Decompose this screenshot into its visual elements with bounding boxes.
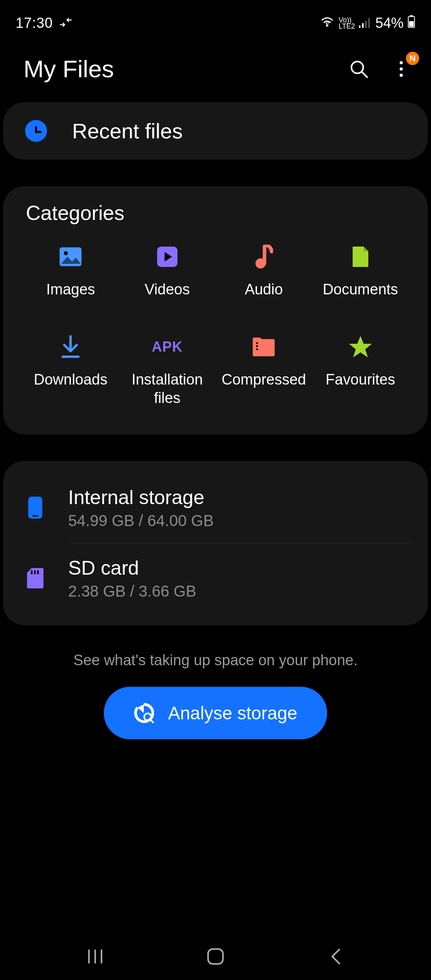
clock-icon xyxy=(25,120,47,142)
category-audio[interactable]: Audio xyxy=(217,244,311,299)
svg-rect-31 xyxy=(208,949,223,964)
category-label: Documents xyxy=(323,280,398,299)
page-title: My Files xyxy=(24,55,114,83)
analyse-hint: See what's taking up space on your phone… xyxy=(0,652,431,669)
svg-rect-24 xyxy=(34,570,36,574)
category-compressed[interactable]: Compressed xyxy=(217,334,311,408)
battery-icon xyxy=(407,15,415,32)
search-icon xyxy=(349,59,369,79)
sdcard-icon xyxy=(24,566,47,590)
signal-icon xyxy=(359,15,371,31)
svg-rect-4 xyxy=(368,18,370,28)
categories-card: Categories Images Videos Audio Documents xyxy=(3,186,428,434)
more-vertical-icon xyxy=(399,60,404,78)
category-label: Videos xyxy=(145,280,190,299)
category-installation-files[interactable]: APK Installation files xyxy=(120,334,215,408)
svg-rect-6 xyxy=(410,15,413,16)
search-button[interactable] xyxy=(349,59,369,79)
back-icon xyxy=(330,948,342,965)
audio-icon xyxy=(251,244,276,269)
svg-rect-1 xyxy=(359,25,360,28)
nav-back-button[interactable] xyxy=(324,945,348,968)
svg-rect-3 xyxy=(365,21,367,28)
category-label: Downloads xyxy=(34,370,107,389)
category-label: Installation files xyxy=(120,370,215,408)
svg-line-9 xyxy=(362,72,367,77)
category-label: Compressed xyxy=(222,370,306,389)
category-label: Images xyxy=(46,280,95,299)
svg-point-10 xyxy=(400,61,403,64)
svg-line-27 xyxy=(150,720,153,722)
pie-search-icon xyxy=(134,703,154,723)
svg-point-19 xyxy=(256,345,258,347)
recent-files-label: Recent files xyxy=(72,119,183,143)
category-images[interactable]: Images xyxy=(24,244,118,299)
star-icon xyxy=(348,334,373,359)
storage-name: Internal storage xyxy=(68,486,214,509)
data-transfer-icon xyxy=(59,15,72,31)
storage-name: SD card xyxy=(68,557,196,579)
images-icon xyxy=(58,244,83,269)
wifi-icon xyxy=(320,15,335,31)
notification-badge: N xyxy=(406,52,419,65)
storage-usage: 54.99 GB / 64.00 GB xyxy=(68,512,214,530)
category-downloads[interactable]: Downloads xyxy=(24,334,118,408)
network-label: Vo))LTE2 xyxy=(339,17,355,29)
documents-icon xyxy=(348,244,373,269)
category-favourites[interactable]: Favourites xyxy=(313,334,408,408)
recents-icon xyxy=(87,949,104,964)
svg-point-20 xyxy=(256,348,258,350)
videos-icon xyxy=(155,244,180,269)
compressed-icon xyxy=(251,334,276,359)
svg-point-14 xyxy=(64,251,68,255)
more-options-button[interactable]: N xyxy=(391,59,411,79)
svg-point-8 xyxy=(351,62,363,73)
svg-point-0 xyxy=(326,24,328,27)
category-label: Audio xyxy=(245,280,283,299)
downloads-icon xyxy=(58,334,83,359)
svg-rect-25 xyxy=(37,570,39,574)
categories-title: Categories xyxy=(24,201,407,225)
svg-point-18 xyxy=(256,342,258,344)
svg-rect-2 xyxy=(362,23,364,28)
storage-sdcard[interactable]: SD card 2.38 GB / 3.66 GB xyxy=(18,543,413,613)
category-documents[interactable]: Documents xyxy=(313,244,408,299)
status-bar: 17:30 Vo))LTE2 54% xyxy=(0,0,431,39)
category-label: Favourites xyxy=(326,370,395,389)
app-bar: My Files N xyxy=(0,39,431,102)
svg-point-12 xyxy=(400,74,403,77)
svg-rect-7 xyxy=(409,21,414,27)
storage-card: Internal storage 54.99 GB / 64.00 GB SD … xyxy=(3,461,428,625)
category-videos[interactable]: Videos xyxy=(120,244,215,299)
nav-recents-button[interactable] xyxy=(83,945,107,968)
phone-storage-icon xyxy=(24,496,47,519)
recent-files-card[interactable]: Recent files xyxy=(3,102,428,160)
system-nav-bar xyxy=(0,933,431,980)
status-time: 17:30 xyxy=(16,15,53,31)
home-icon xyxy=(206,947,225,965)
analyse-button-label: Analyse storage xyxy=(168,702,297,724)
apk-icon: APK xyxy=(155,334,180,359)
nav-home-button[interactable] xyxy=(204,945,227,968)
battery-text: 54% xyxy=(375,15,404,31)
analyse-storage-button[interactable]: Analyse storage xyxy=(104,687,327,739)
storage-usage: 2.38 GB / 3.66 GB xyxy=(68,583,196,600)
svg-point-11 xyxy=(400,67,403,71)
storage-internal[interactable]: Internal storage 54.99 GB / 64.00 GB xyxy=(18,473,413,543)
svg-rect-23 xyxy=(31,570,33,574)
